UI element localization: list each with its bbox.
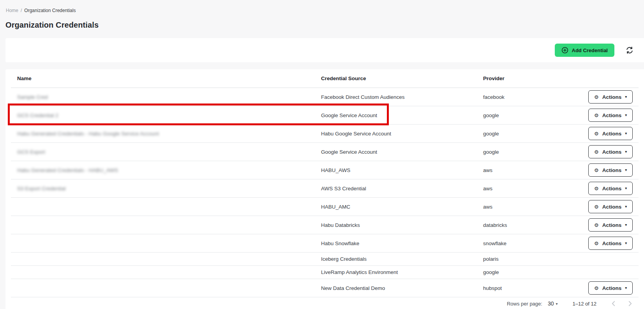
page-title: Organization Credentials	[5, 20, 644, 30]
credential-name: GCS Export	[17, 149, 45, 155]
actions-button-label: Actions	[602, 186, 622, 191]
credential-source: HABU_AWS	[321, 167, 483, 173]
toolbar-card: Add Credential	[5, 38, 644, 62]
actions-button-label: Actions	[602, 131, 622, 137]
column-header-provider: Provider	[483, 75, 588, 81]
gear-icon	[594, 131, 599, 136]
breadcrumb-current: Organization Credentials	[24, 8, 76, 13]
chevron-right-icon	[626, 300, 634, 307]
add-credential-label: Add Credential	[572, 47, 608, 53]
chevron-down-icon	[625, 186, 627, 190]
credential-provider: google	[483, 269, 588, 275]
credential-provider: aws	[483, 186, 588, 191]
credential-source: LiveRamp Analytics Environment	[321, 269, 483, 275]
credential-provider: polaris	[483, 256, 588, 262]
actions-button-label: Actions	[602, 112, 622, 118]
gear-icon	[594, 286, 599, 291]
actions-button-label: Actions	[602, 204, 622, 210]
table-row: HABU_AMC aws Actions	[11, 198, 639, 216]
credential-provider: google	[483, 149, 588, 155]
table-row: GCS Export Google Service Account google…	[11, 143, 639, 161]
credential-provider: aws	[483, 204, 588, 210]
table-row: GCS Credential 2 Google Service Account …	[11, 106, 639, 125]
actions-button-label: Actions	[602, 241, 622, 246]
gear-icon	[594, 113, 599, 118]
refresh-button[interactable]	[625, 46, 634, 54]
add-credential-button[interactable]: Add Credential	[555, 44, 614, 57]
chevron-down-icon	[625, 150, 627, 154]
gear-icon	[594, 95, 599, 100]
pagination-range: 1–12 of 12	[573, 301, 596, 307]
actions-button[interactable]: Actions	[588, 218, 633, 232]
chevron-down-icon	[625, 113, 627, 117]
rows-per-page-value: 30	[548, 300, 554, 307]
gear-icon	[594, 186, 599, 191]
gear-icon	[594, 241, 599, 246]
chevron-down-icon	[625, 223, 627, 227]
table-row: Habu Generated Credentials - HABU_AWS HA…	[11, 161, 639, 179]
table-row: S3 Export Credential AWS S3 Credential a…	[11, 179, 639, 198]
gear-icon	[594, 168, 599, 173]
actions-button[interactable]: Actions	[588, 145, 633, 158]
credential-source: Habu Google Service Account	[321, 131, 483, 137]
breadcrumb-separator: /	[21, 8, 22, 13]
table-row: Sample Cred Facebook Direct Custom Audie…	[11, 88, 639, 106]
rows-per-page-select[interactable]: 30	[548, 300, 558, 307]
credential-name: Habu Generated Credentials - HABU_AWS	[17, 167, 118, 173]
credential-name: Habu Generated Credentials - Habu Google…	[17, 131, 159, 137]
credential-provider: snowflake	[483, 241, 588, 246]
gear-icon	[594, 204, 599, 209]
previous-page-button[interactable]	[610, 300, 618, 307]
table-row: Iceberg Credentials polaris	[11, 253, 639, 266]
chevron-down-icon	[625, 205, 627, 209]
table-row: Habu Snowflake snowflake Actions	[11, 234, 639, 253]
table-row: New Data Credential Demo hubspot Actions	[11, 279, 639, 297]
chevron-down-icon	[556, 302, 558, 306]
credential-source: AWS S3 Credential	[321, 186, 483, 191]
actions-button[interactable]: Actions	[588, 200, 633, 213]
actions-button[interactable]: Actions	[588, 127, 633, 140]
actions-button[interactable]: Actions	[588, 182, 633, 195]
chevron-down-icon	[625, 241, 627, 245]
chevron-down-icon	[625, 95, 627, 99]
credential-name: GCS Credential 2	[17, 112, 58, 118]
actions-button[interactable]: Actions	[588, 281, 633, 295]
plus-circle-icon	[561, 47, 568, 54]
chevron-down-icon	[625, 168, 627, 172]
chevron-down-icon	[625, 132, 627, 135]
column-header-credential-source: Credential Source	[321, 75, 483, 81]
credential-name: S3 Export Credential	[17, 186, 66, 191]
table-row: LiveRamp Analytics Environment google	[11, 266, 639, 279]
column-header-name: Name	[17, 75, 321, 81]
credential-provider: aws	[483, 167, 588, 173]
table-header-row: Name Credential Source Provider	[11, 69, 639, 88]
gear-icon	[594, 223, 599, 228]
actions-button[interactable]: Actions	[588, 163, 633, 177]
credentials-table-card: Name Credential Source Provider Sample C…	[5, 69, 644, 309]
next-page-button[interactable]	[626, 300, 634, 307]
actions-button[interactable]: Actions	[588, 109, 633, 122]
actions-button[interactable]: Actions	[588, 237, 633, 250]
credential-source: New Data Credential Demo	[321, 285, 483, 291]
actions-button-label: Actions	[602, 167, 622, 173]
credential-source: HABU_AMC	[321, 204, 483, 210]
actions-button[interactable]: Actions	[588, 90, 633, 104]
actions-button-label: Actions	[602, 94, 622, 100]
rows-per-page-label: Rows per page:	[507, 301, 542, 307]
credential-source: Habu Snowflake	[321, 241, 483, 246]
chevron-left-icon	[610, 300, 618, 307]
gear-icon	[594, 149, 599, 154]
credential-provider: google	[483, 131, 588, 137]
refresh-icon	[625, 46, 634, 54]
credential-provider: databricks	[483, 222, 588, 228]
breadcrumb-home-link[interactable]: Home	[6, 8, 18, 13]
credential-source: Google Service Account	[321, 149, 483, 155]
credential-name: Sample Cred	[17, 94, 48, 100]
credential-source: Facebook Direct Custom Audiences	[321, 94, 483, 100]
credential-source: Iceberg Credentials	[321, 256, 483, 262]
table-body: Sample Cred Facebook Direct Custom Audie…	[11, 88, 639, 297]
credential-source: Google Service Account	[321, 112, 483, 118]
credential-provider: hubspot	[483, 285, 588, 291]
actions-button-label: Actions	[602, 149, 622, 155]
credential-provider: google	[483, 112, 588, 118]
